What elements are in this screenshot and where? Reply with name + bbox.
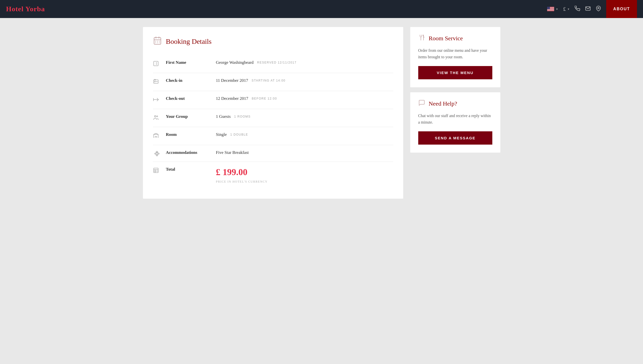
total-value-container: £ 199.00 PRICE IN HOTEL'S CURRENCY <box>216 167 268 184</box>
table-row: Room Single 1 DOUBLE <box>153 127 393 145</box>
accommodations-value: Five Star Breakfast <box>216 150 249 155</box>
location-icon[interactable] <box>596 6 601 13</box>
need-help-header: Need Help? <box>418 99 492 108</box>
accommodations-label: Accommodations <box>166 150 211 155</box>
table-row: Check-out 12 December 2017 BEFORE 12:00 <box>153 91 393 109</box>
header: Hotel Yorba ▼ £ ▼ <box>0 0 643 18</box>
table-row: Your Group 1 Guests 1 ROOMS <box>153 109 393 127</box>
group-value: 1 Guests 1 ROOMS <box>216 114 251 119</box>
svg-point-33 <box>154 116 156 117</box>
currency-selector[interactable]: £ ▼ <box>563 6 570 12</box>
total-badge: PRICE IN HOTEL'S CURRENCY <box>216 180 268 184</box>
phone-icon[interactable] <box>575 6 580 13</box>
room-service-description: Order from our online menu and have your… <box>418 47 492 60</box>
language-chevron: ▼ <box>556 8 558 11</box>
calendar-icon <box>153 36 162 47</box>
room-value: Single 1 DOUBLE <box>216 132 248 137</box>
total-label: Total <box>166 167 211 172</box>
currency-symbol: £ <box>563 6 566 12</box>
utensils-icon <box>418 34 425 43</box>
svg-rect-7 <box>547 9 554 10</box>
checkin-label: Check-in <box>166 78 211 83</box>
need-help-description: Chat with our staff and receive a reply … <box>418 113 492 125</box>
svg-rect-37 <box>158 153 159 154</box>
need-help-card: Need Help? Chat with our staff and recei… <box>410 92 500 153</box>
checkout-icon <box>153 97 161 104</box>
svg-point-14 <box>598 7 599 9</box>
svg-point-34 <box>157 116 158 117</box>
room-label: Room <box>166 132 211 137</box>
room-service-title: Room Service <box>429 35 463 42</box>
svg-rect-44 <box>154 168 158 173</box>
svg-rect-35 <box>156 151 158 152</box>
logo: Hotel Yorba <box>6 5 45 13</box>
table-row: First Name George Washingbeard RESERVED … <box>153 55 393 73</box>
checkin-icon <box>153 79 161 86</box>
booking-card-title: Booking Details <box>166 38 212 46</box>
table-row: Check-in 11 December 2017 STARTING AT 14… <box>153 73 393 91</box>
main-content: Booking Details First Name George Washin… <box>134 18 509 208</box>
svg-rect-10 <box>547 10 554 11</box>
email-icon[interactable] <box>585 6 591 13</box>
svg-rect-8 <box>547 10 554 10</box>
table-row: Accommodations Five Star Breakfast <box>153 145 393 162</box>
booking-card: Booking Details First Name George Washin… <box>143 27 403 199</box>
accommodations-icon <box>153 151 161 157</box>
room-service-header: Room Service <box>418 34 492 43</box>
header-right: ▼ £ ▼ ABOUT <box>547 0 637 18</box>
checkin-value: 11 December 2017 STARTING AT 14:00 <box>216 78 286 83</box>
flag-icon <box>547 7 554 11</box>
person-icon <box>153 61 161 68</box>
checkout-label: Check-out <box>166 96 211 101</box>
view-menu-button[interactable]: VIEW THE MENU <box>418 66 492 79</box>
svg-rect-13 <box>547 7 550 9</box>
need-help-title: Need Help? <box>429 100 457 107</box>
svg-rect-12 <box>547 11 554 11</box>
sidebar: Room Service Order from our online menu … <box>410 27 500 199</box>
send-message-button[interactable]: SEND A MESSAGE <box>418 131 492 145</box>
firstname-value: George Washingbeard RESERVED 12/11/2017 <box>216 60 297 65</box>
svg-rect-9 <box>547 10 554 10</box>
about-button[interactable]: ABOUT <box>606 0 637 18</box>
room-service-card: Room Service Order from our online menu … <box>410 27 500 87</box>
group-icon <box>153 115 161 122</box>
checkout-value: 12 December 2017 BEFORE 12:00 <box>216 96 277 101</box>
booking-card-header: Booking Details <box>153 36 393 47</box>
svg-rect-38 <box>156 155 158 156</box>
table-row: Total £ 199.00 PRICE IN HOTEL'S CURRENCY <box>153 162 393 189</box>
total-icon <box>153 167 161 175</box>
language-selector[interactable]: ▼ <box>547 7 558 11</box>
group-label: Your Group <box>166 114 211 119</box>
firstname-label: First Name <box>166 60 211 65</box>
total-price: £ 199.00 <box>216 167 248 177</box>
currency-chevron: ▼ <box>567 8 570 11</box>
svg-rect-11 <box>547 11 554 11</box>
svg-rect-36 <box>155 153 156 154</box>
chat-icon <box>418 99 425 108</box>
room-icon <box>153 133 161 140</box>
